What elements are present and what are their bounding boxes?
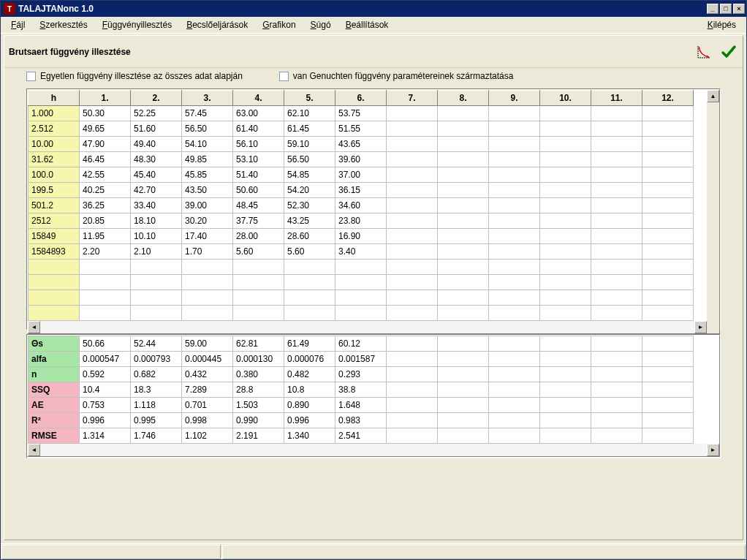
row-header-h[interactable]: 2512 xyxy=(29,213,80,229)
data-cell[interactable]: 2.191 xyxy=(233,428,284,444)
data-cell[interactable] xyxy=(80,260,131,275)
data-cell[interactable] xyxy=(131,290,182,306)
row-header-h[interactable]: 10.00 xyxy=(29,137,80,152)
data-cell[interactable]: 10.4 xyxy=(80,382,131,398)
data-cell[interactable]: 37.00 xyxy=(335,167,387,183)
data-cell[interactable] xyxy=(642,382,694,398)
close-button[interactable]: × xyxy=(733,4,745,14)
data-cell[interactable] xyxy=(438,336,489,352)
data-grid-1[interactable]: h1.2.3.4.5.6.7.8.9.10.11.12. 1.00050.305… xyxy=(28,90,694,321)
data-cell[interactable] xyxy=(591,121,642,137)
column-header[interactable]: 8. xyxy=(438,91,489,106)
data-cell[interactable] xyxy=(182,306,233,321)
data-cell[interactable] xyxy=(489,290,540,306)
row-header-h[interactable]: 199.5 xyxy=(29,183,80,198)
data-cell[interactable] xyxy=(80,275,131,290)
data-cell[interactable]: 48.30 xyxy=(131,152,182,167)
data-cell[interactable] xyxy=(335,275,387,290)
data-cell[interactable] xyxy=(335,260,387,275)
data-cell[interactable] xyxy=(642,137,694,152)
data-cell[interactable] xyxy=(438,183,489,198)
data-cell[interactable]: 0.000445 xyxy=(182,352,233,367)
data-cell[interactable] xyxy=(540,213,591,229)
data-cell[interactable] xyxy=(591,137,642,152)
column-header[interactable]: h xyxy=(29,91,80,106)
data-cell[interactable] xyxy=(233,275,284,290)
data-cell[interactable] xyxy=(591,229,642,244)
column-header[interactable]: 5. xyxy=(284,91,335,106)
scroll-right-button[interactable]: ► xyxy=(707,444,719,456)
data-cell[interactable]: 23.80 xyxy=(335,213,387,229)
data-cell[interactable]: 56.50 xyxy=(284,152,335,167)
ok-button[interactable] xyxy=(719,42,738,61)
checkbox-icon[interactable] xyxy=(279,72,289,81)
scroll-track[interactable] xyxy=(40,444,707,456)
data-cell[interactable]: 52.44 xyxy=(131,336,182,352)
data-cell[interactable] xyxy=(387,306,438,321)
data-cell[interactable] xyxy=(591,382,642,398)
data-cell[interactable] xyxy=(387,413,438,428)
maximize-button[interactable]: □ xyxy=(720,4,732,14)
data-cell[interactable] xyxy=(591,167,642,183)
data-cell[interactable]: 0.995 xyxy=(131,413,182,428)
data-cell[interactable] xyxy=(591,106,642,121)
data-cell[interactable] xyxy=(642,275,694,290)
data-cell[interactable] xyxy=(438,198,489,213)
data-cell[interactable] xyxy=(540,106,591,121)
data-cell[interactable] xyxy=(540,428,591,444)
data-cell[interactable] xyxy=(540,290,591,306)
row-header-h[interactable] xyxy=(29,290,80,306)
data-cell[interactable]: 0.682 xyxy=(131,367,182,382)
row-header-param[interactable]: Θs xyxy=(29,336,80,352)
data-cell[interactable]: 50.66 xyxy=(80,336,131,352)
data-cell[interactable] xyxy=(540,121,591,137)
data-cell[interactable]: 59.00 xyxy=(182,336,233,352)
data-cell[interactable] xyxy=(540,198,591,213)
data-cell[interactable]: 1.102 xyxy=(182,428,233,444)
data-cell[interactable] xyxy=(642,428,694,444)
data-cell[interactable] xyxy=(591,290,642,306)
data-cell[interactable] xyxy=(489,428,540,444)
column-header[interactable]: 4. xyxy=(233,91,284,106)
horizontal-scrollbar[interactable]: ◄ ► xyxy=(28,321,719,333)
data-cell[interactable]: 1.314 xyxy=(80,428,131,444)
data-cell[interactable] xyxy=(387,198,438,213)
row-header-h[interactable] xyxy=(29,260,80,275)
horizontal-scrollbar[interactable]: ◄ ► xyxy=(28,444,719,456)
data-cell[interactable] xyxy=(489,121,540,137)
data-cell[interactable]: 62.81 xyxy=(233,336,284,352)
row-header-h[interactable]: 501.2 xyxy=(29,198,80,213)
data-cell[interactable]: 0.000076 xyxy=(284,352,335,367)
data-cell[interactable]: 5.60 xyxy=(233,244,284,260)
menu-file[interactable]: Fájl xyxy=(4,18,32,31)
data-cell[interactable] xyxy=(438,167,489,183)
minimize-button[interactable]: _ xyxy=(707,4,718,14)
data-cell[interactable] xyxy=(540,398,591,413)
data-cell[interactable]: 49.65 xyxy=(80,121,131,137)
data-cell[interactable] xyxy=(387,152,438,167)
data-cell[interactable]: 57.45 xyxy=(182,106,233,121)
row-header-param[interactable]: n xyxy=(29,367,80,382)
row-header-h[interactable]: 1.000 xyxy=(29,106,80,121)
data-cell[interactable]: 53.75 xyxy=(335,106,387,121)
data-cell[interactable]: 2.10 xyxy=(131,244,182,260)
data-cell[interactable] xyxy=(642,183,694,198)
data-cell[interactable] xyxy=(387,137,438,152)
row-header-h[interactable]: 15849 xyxy=(29,229,80,244)
data-cell[interactable]: 52.25 xyxy=(131,106,182,121)
data-cell[interactable] xyxy=(642,398,694,413)
column-header[interactable]: 10. xyxy=(540,91,591,106)
data-cell[interactable]: 28.60 xyxy=(284,229,335,244)
data-cell[interactable] xyxy=(591,244,642,260)
data-cell[interactable] xyxy=(642,244,694,260)
data-cell[interactable]: 63.00 xyxy=(233,106,284,121)
data-cell[interactable] xyxy=(642,121,694,137)
data-cell[interactable] xyxy=(642,213,694,229)
data-cell[interactable]: 49.40 xyxy=(131,137,182,152)
menu-fit[interactable]: Függvényillesztés xyxy=(95,18,179,31)
data-cell[interactable] xyxy=(387,213,438,229)
scroll-right-button[interactable]: ► xyxy=(694,321,707,333)
data-cell[interactable]: 61.40 xyxy=(233,121,284,137)
data-cell[interactable] xyxy=(131,306,182,321)
data-cell[interactable]: 61.49 xyxy=(284,336,335,352)
